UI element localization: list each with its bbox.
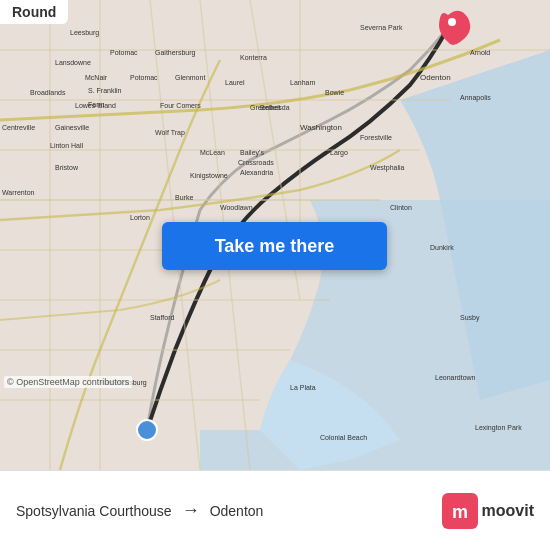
svg-text:S. Franklin: S. Franklin — [88, 87, 122, 94]
destination-text: Odenton — [210, 503, 264, 519]
svg-text:Clinton: Clinton — [390, 204, 412, 211]
svg-text:Largo: Largo — [330, 149, 348, 157]
svg-text:Lansdowne: Lansdowne — [55, 59, 91, 66]
svg-text:Bristow: Bristow — [55, 164, 79, 171]
svg-text:Wolf Trap: Wolf Trap — [155, 129, 185, 137]
origin-text: Spotsylvania Courthouse — [16, 503, 172, 519]
svg-text:Konterra: Konterra — [240, 54, 267, 61]
svg-text:Farm: Farm — [88, 101, 105, 108]
svg-text:Woodlawn: Woodlawn — [220, 204, 253, 211]
svg-point-67 — [448, 18, 456, 26]
svg-text:Greenbelt: Greenbelt — [250, 104, 281, 111]
svg-text:Linton Hall: Linton Hall — [50, 142, 84, 149]
svg-text:Laurel: Laurel — [225, 79, 245, 86]
bottom-bar: Spotsylvania Courthouse → Odenton m moov… — [0, 470, 550, 550]
svg-point-66 — [137, 420, 157, 440]
svg-text:Washington: Washington — [300, 123, 342, 132]
take-me-there-label: Take me there — [215, 236, 335, 257]
svg-text:Potomac: Potomac — [110, 49, 138, 56]
svg-text:m: m — [452, 502, 468, 522]
round-tab[interactable]: Round — [0, 0, 68, 24]
svg-text:Westphalia: Westphalia — [370, 164, 405, 172]
svg-text:Broadlands: Broadlands — [30, 89, 66, 96]
svg-text:Leesburg: Leesburg — [70, 29, 99, 37]
svg-text:Bailey's: Bailey's — [240, 149, 264, 157]
svg-text:Forestville: Forestville — [360, 134, 392, 141]
svg-text:McLean: McLean — [200, 149, 225, 156]
svg-text:Severna Park: Severna Park — [360, 24, 403, 31]
svg-text:Kinigstowne: Kinigstowne — [190, 172, 228, 180]
svg-text:La Plata: La Plata — [290, 384, 316, 391]
svg-text:Odenton: Odenton — [420, 73, 451, 82]
svg-text:Potomac: Potomac — [130, 74, 158, 81]
svg-text:Warrenton: Warrenton — [2, 189, 35, 196]
osm-credit: © OpenStreetMap contributors — [4, 376, 132, 388]
svg-text:Burke: Burke — [175, 194, 193, 201]
svg-text:Four Comers: Four Comers — [160, 102, 201, 109]
arrow-icon: → — [182, 500, 200, 521]
svg-text:Alexandria: Alexandria — [240, 169, 273, 176]
svg-text:Dunkirk: Dunkirk — [430, 244, 454, 251]
svg-text:Lanham: Lanham — [290, 79, 315, 86]
svg-text:Crossroads: Crossroads — [238, 159, 274, 166]
svg-text:Stafford: Stafford — [150, 314, 174, 321]
svg-text:McNair: McNair — [85, 74, 108, 81]
svg-text:Susby: Susby — [460, 314, 480, 322]
svg-text:Glenmont: Glenmont — [175, 74, 205, 81]
svg-text:Arnold: Arnold — [470, 49, 490, 56]
round-tab-label: Round — [12, 4, 56, 20]
svg-text:Gaithersburg: Gaithersburg — [155, 49, 196, 57]
svg-text:Lexington Park: Lexington Park — [475, 424, 522, 432]
moovit-label: moovit — [482, 502, 534, 520]
svg-text:Colonial Beach: Colonial Beach — [320, 434, 367, 441]
svg-text:Bowie: Bowie — [325, 89, 344, 96]
svg-text:Leonardtown: Leonardtown — [435, 374, 476, 381]
take-me-there-button[interactable]: Take me there — [162, 222, 387, 270]
svg-text:Gainesville: Gainesville — [55, 124, 89, 131]
moovit-logo[interactable]: m moovit — [442, 493, 534, 529]
route-info: Spotsylvania Courthouse → Odenton — [16, 500, 442, 521]
svg-text:Lorton: Lorton — [130, 214, 150, 221]
svg-text:Centreville: Centreville — [2, 124, 35, 131]
map-container: Odenton Severna Park Arnold Annapolis Be… — [0, 0, 550, 470]
moovit-icon: m — [442, 493, 478, 529]
svg-text:Annapolis: Annapolis — [460, 94, 491, 102]
